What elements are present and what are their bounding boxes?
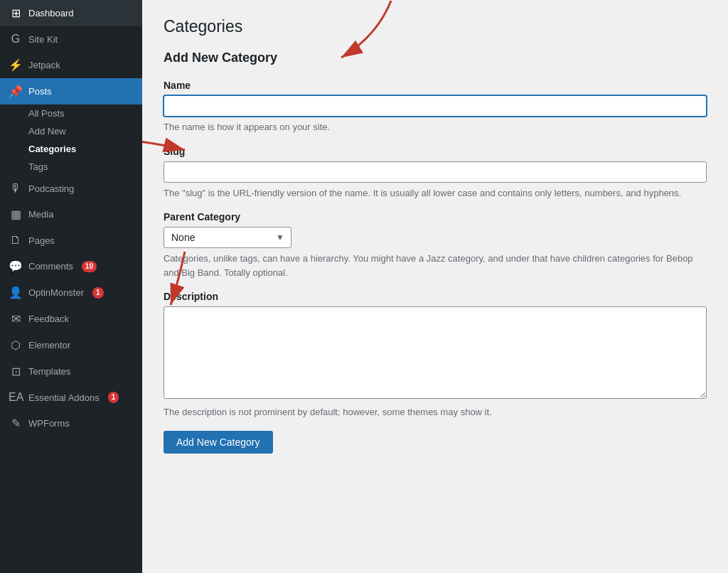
parent-hint: Categories, unlike tags, can have a hier… <box>164 252 707 279</box>
sidebar-label-media: Media <box>28 209 53 220</box>
page-title: Categories <box>164 17 707 36</box>
add-category-button[interactable]: Add New Category <box>164 431 273 454</box>
sidebar-sub-all-posts[interactable]: All Posts <box>0 105 142 122</box>
optinmonster-icon: 👤 <box>9 286 23 299</box>
sidebar-item-podcasting[interactable]: 🎙Podcasting <box>0 176 142 201</box>
sidebar-item-pages[interactable]: 🗋Pages <box>0 227 142 253</box>
arrow-annotation-1 <box>249 0 434 86</box>
podcasting-icon: 🎙 <box>9 182 23 195</box>
sidebar-item-media[interactable]: ▦Media <box>0 201 142 227</box>
sidebar-label-wpforms: WPForms <box>28 418 70 429</box>
templates-icon: ⊡ <box>9 365 23 378</box>
main-content: Categories Add New Category Name The nam… <box>142 0 728 573</box>
name-hint: The name is how it appears on your site. <box>164 120 707 134</box>
sidebar-label-elementor: Elementor <box>28 340 70 350</box>
slug-input[interactable] <box>164 161 707 183</box>
posts-icon: 📌 <box>9 85 23 98</box>
parent-select[interactable]: None <box>164 227 291 248</box>
section-title: Add New Category <box>164 50 707 65</box>
sidebar-item-feedback[interactable]: ✉Feedback <box>0 306 142 332</box>
sidebar-label-pages: Pages <box>28 235 55 246</box>
pages-icon: 🗋 <box>9 234 23 247</box>
name-label: Name <box>164 80 707 91</box>
sidebar-label-essential-addons: Essential Addons <box>28 392 100 403</box>
sidebar-label-dashboard: Dashboard <box>28 8 74 18</box>
sidebar-label-comments: Comments <box>28 261 73 272</box>
comments-badge: 10 <box>82 261 97 272</box>
slug-hint: The "slug" is the URL-friendly version o… <box>164 186 707 200</box>
description-label: Description <box>164 291 707 302</box>
description-field-group: Description The description is not promi… <box>164 291 707 419</box>
essential-addons-icon: EA <box>9 391 23 404</box>
dashboard-icon: ⊞ <box>9 6 23 20</box>
sidebar-item-jetpack[interactable]: ⚡Jetpack <box>0 52 142 78</box>
media-icon: ▦ <box>9 208 23 221</box>
sidebar: ⊞DashboardGSite Kit⚡Jetpack📌PostsAll Pos… <box>0 0 142 573</box>
sidebar-item-elementor[interactable]: ⬡Elementor <box>0 332 142 358</box>
sidebar-sub-tags[interactable]: Tags <box>0 158 142 176</box>
comments-icon: 💬 <box>9 259 23 273</box>
sidebar-item-dashboard[interactable]: ⊞Dashboard <box>0 0 142 26</box>
sidebar-label-jetpack: Jetpack <box>28 60 60 70</box>
parent-select-wrapper: None ▼ <box>164 227 291 248</box>
sidebar-sub-categories[interactable]: Categories <box>0 140 142 158</box>
name-input[interactable] <box>164 95 707 117</box>
sidebar-item-site-kit[interactable]: GSite Kit <box>0 26 142 52</box>
sidebar-item-posts[interactable]: 📌Posts <box>0 78 142 105</box>
sidebar-item-optinmonster[interactable]: 👤OptinMonster1 <box>0 279 142 306</box>
name-field-group: Name The name is how it appears on your … <box>164 80 707 134</box>
parent-category-group: Parent Category None ▼ Categories, unlik… <box>164 211 707 279</box>
sidebar-label-optinmonster: OptinMonster <box>28 287 84 298</box>
site-kit-icon: G <box>9 33 23 45</box>
slug-label: Slug <box>164 146 707 157</box>
sidebar-label-feedback: Feedback <box>28 314 69 324</box>
sidebar-item-essential-addons[interactable]: EAEssential Addons1 <box>0 385 142 410</box>
sidebar-label-site-kit: Site Kit <box>28 34 58 45</box>
description-input[interactable] <box>164 306 707 399</box>
sidebar-item-templates[interactable]: ⊡Templates <box>0 358 142 385</box>
sidebar-label-posts: Posts <box>28 86 52 97</box>
elementor-icon: ⬡ <box>9 338 23 352</box>
jetpack-icon: ⚡ <box>9 58 23 72</box>
sidebar-sub-add-new[interactable]: Add New <box>0 122 142 140</box>
slug-field-group: Slug The "slug" is the URL-friendly vers… <box>164 146 707 200</box>
parent-label: Parent Category <box>164 211 707 223</box>
optinmonster-badge: 1 <box>92 287 104 299</box>
sidebar-item-comments[interactable]: 💬Comments10 <box>0 253 142 279</box>
add-category-form: Name The name is how it appears on your … <box>164 80 707 454</box>
sidebar-label-podcasting: Podcasting <box>28 183 74 194</box>
feedback-icon: ✉ <box>9 312 23 326</box>
wpforms-icon: ✎ <box>9 417 23 430</box>
sidebar-item-wpforms[interactable]: ✎WPForms <box>0 410 142 437</box>
submit-group: Add New Category <box>164 431 707 454</box>
sidebar-label-templates: Templates <box>28 366 70 377</box>
essential-addons-badge: 1 <box>108 392 119 403</box>
description-hint: The description is not prominent by defa… <box>164 405 707 419</box>
